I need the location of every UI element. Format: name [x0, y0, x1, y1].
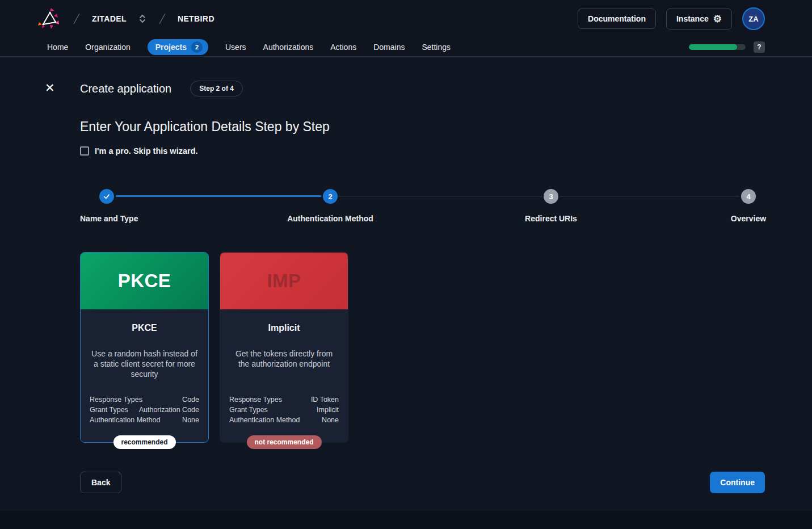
- nav-item-projects[interactable]: Projects 2: [148, 39, 208, 55]
- avatar[interactable]: ZA: [742, 7, 765, 30]
- implicit-grant-types-row: Grant Types Implicit: [229, 405, 339, 415]
- instance-label: Instance: [676, 14, 709, 23]
- pkce-response-types-row: Response Types Code: [90, 394, 199, 405]
- implicit-auth-method-row: Authentication Method None: [229, 415, 339, 425]
- auth-method-cards: PKCE PKCE Use a random hash instead of a…: [80, 252, 765, 443]
- row-value: None: [322, 415, 339, 425]
- nav-item-home[interactable]: Home: [47, 40, 68, 54]
- step-3-circle[interactable]: 3: [544, 189, 558, 204]
- pkce-card-abbr: PKCE: [118, 270, 171, 292]
- wizard-heading: Enter Your Application Details Step by S…: [80, 119, 765, 135]
- row-label: Grant Types: [229, 405, 268, 415]
- row-value: Implicit: [317, 405, 339, 415]
- org-selector-label[interactable]: ZITADEL: [92, 14, 127, 23]
- implicit-card-abbr: IMP: [267, 270, 301, 292]
- instance-button[interactable]: Instance ⚙: [666, 9, 732, 30]
- not-recommended-badge: not recommended: [246, 435, 321, 449]
- row-label: Grant Types: [90, 405, 128, 415]
- implicit-card-header: IMP: [220, 253, 348, 309]
- stepper-line-done: [116, 195, 321, 197]
- implicit-card-description: Get the tokens directly from the authori…: [229, 349, 339, 370]
- recommended-badge: recommended: [113, 435, 175, 449]
- step-4-label: Overview: [731, 214, 766, 223]
- pkce-auth-method-row: Authentication Method None: [90, 415, 199, 425]
- projects-count-badge: 2: [191, 41, 203, 53]
- unfold-icon[interactable]: [138, 14, 147, 24]
- quota-progress-bar: [689, 44, 746, 50]
- nav-item-domains[interactable]: Domains: [373, 40, 405, 54]
- nav-item-projects-label: Projects: [155, 43, 187, 52]
- check-icon: [103, 192, 111, 200]
- step-2-number: 2: [328, 192, 332, 201]
- avatar-initials: ZA: [748, 15, 758, 23]
- gear-icon: ⚙: [713, 14, 722, 24]
- continue-button[interactable]: Continue: [710, 472, 765, 493]
- row-value: Code: [182, 394, 199, 405]
- wizard-stepper: 2 3 4 Name and Type Authentication Metho…: [80, 189, 765, 224]
- create-application-wizard: Create application Step 2 of 4 Enter You…: [0, 57, 812, 493]
- pkce-card-description: Use a random hash instead of a static cl…: [90, 349, 199, 380]
- breadcrumb: ZITADEL NETBIRD: [37, 7, 214, 31]
- breadcrumb-slash-icon: [155, 11, 170, 26]
- auth-method-card-pkce[interactable]: PKCE PKCE Use a random hash instead of a…: [80, 252, 209, 443]
- row-value: None: [182, 415, 199, 425]
- skip-wizard-label: I'm a pro. Skip this wizard.: [95, 146, 198, 156]
- main-nav: Home Organization Projects 2 Users Autho…: [0, 37, 812, 57]
- top-bar: ZITADEL NETBIRD Documentation Instance ⚙…: [0, 0, 812, 37]
- close-icon[interactable]: ✕: [45, 82, 55, 94]
- implicit-response-types-row: Response Types ID Token: [229, 394, 339, 405]
- pkce-card-header: PKCE: [81, 253, 208, 309]
- nav-item-actions[interactable]: Actions: [330, 40, 356, 54]
- skip-wizard-option[interactable]: I'm a pro. Skip this wizard.: [80, 146, 765, 156]
- step-2-circle[interactable]: 2: [323, 189, 338, 204]
- breadcrumb-project: NETBIRD: [178, 14, 214, 23]
- help-icon[interactable]: ?: [754, 41, 765, 53]
- step-badge: Step 2 of 4: [190, 81, 243, 96]
- implicit-card-title: Implicit: [229, 323, 339, 333]
- row-label: Authentication Method: [229, 415, 300, 425]
- step-1-circle[interactable]: [99, 189, 114, 204]
- row-value: ID Token: [311, 394, 339, 405]
- step-1-label: Name and Type: [80, 214, 138, 223]
- row-label: Response Types: [90, 394, 142, 405]
- nav-item-authorizations[interactable]: Authorizations: [263, 40, 314, 54]
- page-title: Create application: [80, 82, 171, 95]
- step-4-number: 4: [746, 192, 750, 201]
- stepper-line: [339, 196, 542, 196]
- row-label: Response Types: [229, 394, 282, 405]
- step-4-circle[interactable]: 4: [741, 189, 756, 204]
- row-value: Authorization Code: [139, 405, 199, 415]
- documentation-label: Documentation: [588, 14, 646, 23]
- breadcrumb-slash-icon: [69, 11, 84, 26]
- step-3-label: Redirect URIs: [525, 214, 577, 223]
- quota-progress-fill: [689, 44, 737, 50]
- step-2-label: Authentication Method: [287, 214, 373, 223]
- zitadel-logo-icon[interactable]: [37, 7, 61, 31]
- nav-item-users[interactable]: Users: [225, 40, 246, 54]
- auth-method-card-implicit[interactable]: IMP Implicit Get the tokens directly fro…: [220, 252, 348, 443]
- nav-item-settings[interactable]: Settings: [422, 40, 451, 54]
- back-button[interactable]: Back: [80, 472, 121, 493]
- step-3-number: 3: [549, 192, 553, 201]
- nav-item-organization[interactable]: Organization: [85, 40, 130, 54]
- pkce-grant-types-row: Grant Types Authorization Code: [90, 405, 199, 415]
- page-footer: [0, 511, 812, 529]
- stepper-line: [560, 196, 739, 196]
- row-label: Authentication Method: [90, 415, 160, 425]
- documentation-button[interactable]: Documentation: [578, 9, 656, 29]
- wizard-actions: Back Continue: [80, 472, 765, 493]
- pkce-card-title: PKCE: [90, 323, 199, 333]
- skip-wizard-checkbox[interactable]: [80, 146, 89, 156]
